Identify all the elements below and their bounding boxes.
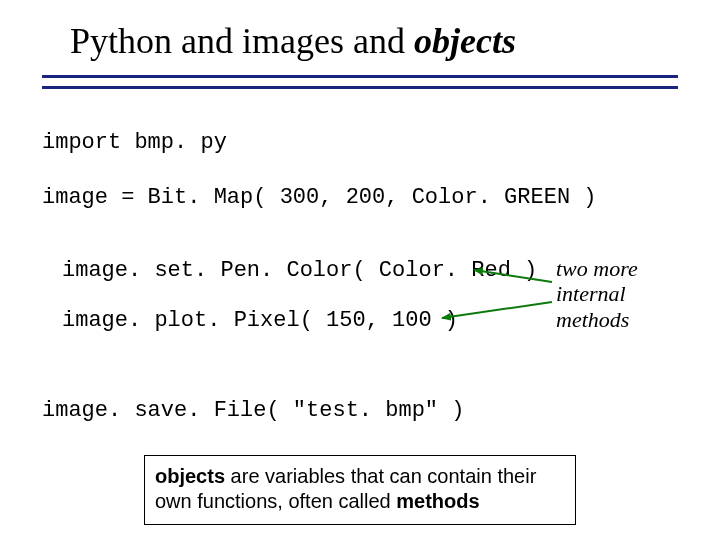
footer-bold-methods: methods [396,490,479,512]
slide: Python and images and objects import bmp… [0,0,720,540]
slide-title: Python and images and objects [70,20,516,62]
footer-definition-box: objects are variables that can contain t… [144,455,576,525]
code-line-bitmap: image = Bit. Map( 300, 200, Color. GREEN… [42,185,597,210]
code-line-save: image. save. File( "test. bmp" ) [42,398,464,423]
title-text-emphasis: objects [414,21,516,61]
title-rule-2 [42,86,678,89]
annotation-line3: methods [556,307,629,332]
title-rule-1 [42,75,678,78]
code-line-import: import bmp. py [42,130,227,155]
annotation-line1: two more [556,256,638,281]
title-text-part1: Python and images and [70,21,414,61]
annotation-line2: internal [556,281,626,306]
code-line-plot: image. plot. Pixel( 150, 100 ) [62,308,458,333]
svg-line-1 [442,302,552,318]
code-line-setpen: image. set. Pen. Color( Color. Red ) [62,258,537,283]
footer-bold-objects: objects [155,465,225,487]
annotation-two-more-methods: two more internal methods [556,256,638,332]
